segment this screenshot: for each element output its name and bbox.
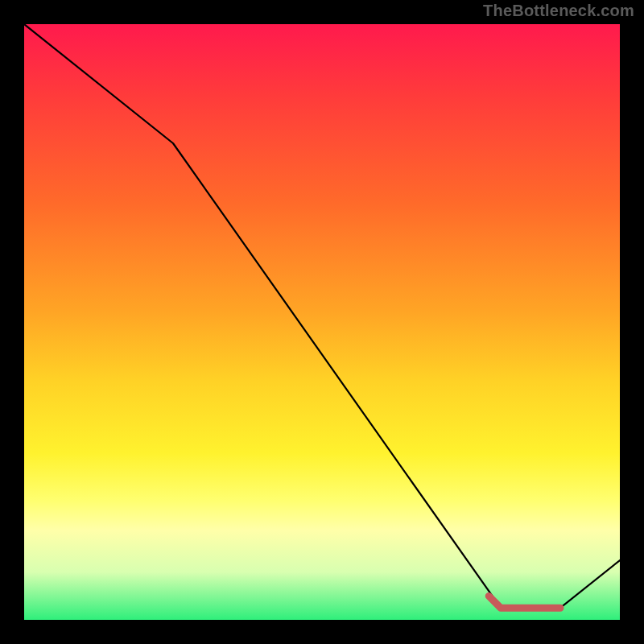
chart-svg <box>24 24 620 620</box>
bottleneck-curve-line <box>24 24 620 608</box>
watermark-text: TheBottleneck.com <box>483 2 634 20</box>
plot-area <box>24 24 620 620</box>
optimal-flat-accent-line <box>489 596 560 608</box>
chart-frame: TheBottleneck.com <box>0 0 644 644</box>
